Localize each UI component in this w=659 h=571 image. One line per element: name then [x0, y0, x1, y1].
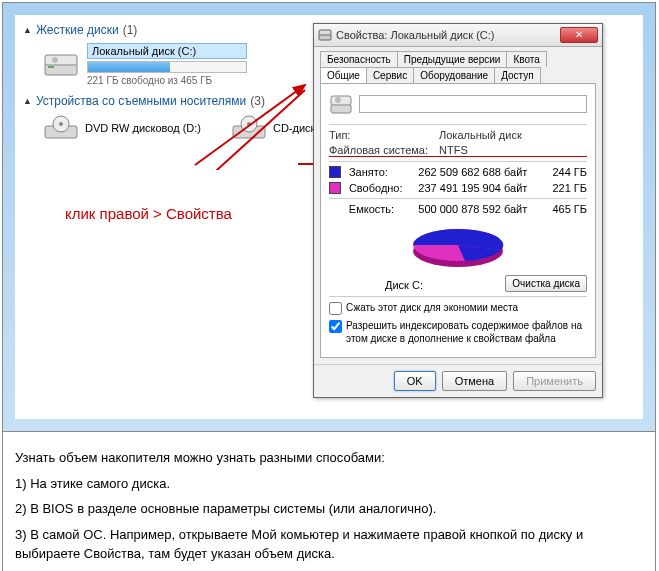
type-label: Тип: [329, 129, 439, 141]
article-text: Узнать объем накопителя можно узнать раз… [3, 431, 655, 571]
apply-button[interactable]: Применить [513, 371, 596, 391]
tab-hardware[interactable]: Оборудование [413, 67, 495, 83]
used-bytes: 262 509 682 688 байт [418, 166, 537, 178]
index-label: Разрешить индексировать содержимое файло… [346, 319, 587, 345]
close-button[interactable]: ✕ [560, 27, 598, 43]
filesystem-value: NTFS [439, 144, 468, 156]
svg-point-6 [59, 122, 63, 126]
svg-rect-14 [319, 30, 331, 35]
cancel-button[interactable]: Отмена [442, 371, 507, 391]
used-swatch [329, 166, 341, 178]
section-count: (1) [123, 23, 138, 37]
hdd-icon [43, 51, 79, 79]
annotation-text: клик правой > Свойства [65, 205, 232, 222]
article-item-1: 1) На этике самого диска. [15, 474, 643, 494]
article-item-2: 2) В BIOS в разделе основные параметры с… [15, 499, 643, 519]
index-checkbox[interactable] [329, 320, 342, 333]
drive-name: DVD RW дисковод (D:) [85, 122, 201, 134]
svg-rect-16 [331, 96, 351, 105]
section-label: Жесткие диски [36, 23, 119, 37]
compress-label: Сжать этот диск для экономии места [346, 301, 587, 314]
drive-name: Локальный диск (C:) [87, 43, 247, 59]
drive-usage-bar [87, 61, 247, 73]
article-item-3: 3) В самой ОС. Например, открываете Мой … [15, 525, 643, 564]
used-label: Занято: [349, 166, 418, 178]
free-label: Свободно: [349, 182, 418, 194]
tab-previous-versions[interactable]: Предыдущие версии [397, 51, 508, 67]
tab-security[interactable]: Безопасность [320, 51, 398, 67]
dialog-title: Свойства: Локальный диск (C:) [336, 29, 560, 41]
dialog-titlebar[interactable]: Свойства: Локальный диск (C:) ✕ [314, 24, 602, 47]
filesystem-label: Файловая система: [329, 144, 439, 156]
svg-point-3 [52, 57, 58, 63]
collapse-arrow-icon: ▲ [23, 25, 32, 35]
properties-dialog: Свойства: Локальный диск (C:) ✕ Безопасн… [313, 23, 603, 398]
tab-tools[interactable]: Сервис [366, 67, 414, 83]
hdd-icon [329, 92, 353, 116]
volume-name-input[interactable] [359, 95, 587, 113]
dvd-drive-icon [43, 114, 79, 142]
drive-dvd[interactable]: DVD RW дисковод (D:) [43, 114, 201, 142]
capacity-label: Емкость: [349, 203, 418, 215]
hdd-icon [318, 28, 332, 42]
tab-general[interactable]: Общие [320, 67, 367, 83]
compress-checkbox[interactable] [329, 302, 342, 315]
free-swatch [329, 182, 341, 194]
svg-rect-1 [48, 66, 54, 68]
svg-line-10 [195, 90, 305, 170]
tab-quota[interactable]: Квота [506, 51, 546, 67]
svg-point-17 [335, 97, 341, 103]
tab-sharing[interactable]: Доступ [494, 67, 541, 83]
used-gb: 244 ГБ [537, 166, 587, 178]
collapse-arrow-icon: ▲ [23, 96, 32, 106]
capacity-gb: 465 ГБ [537, 203, 587, 215]
capacity-bytes: 500 000 878 592 байт [418, 203, 537, 215]
free-bytes: 237 491 195 904 байт [418, 182, 537, 194]
svg-rect-2 [45, 55, 77, 65]
svg-line-11 [195, 85, 305, 165]
article-intro: Узнать объем накопителя можно узнать раз… [15, 448, 643, 468]
disk-cleanup-button[interactable]: Очистка диска [505, 275, 587, 292]
free-gb: 221 ГБ [537, 182, 587, 194]
type-value: Локальный диск [439, 129, 522, 141]
disk-usage-pie [403, 221, 513, 271]
ok-button[interactable]: OK [394, 371, 436, 391]
pie-label: Диск C: [329, 279, 479, 291]
